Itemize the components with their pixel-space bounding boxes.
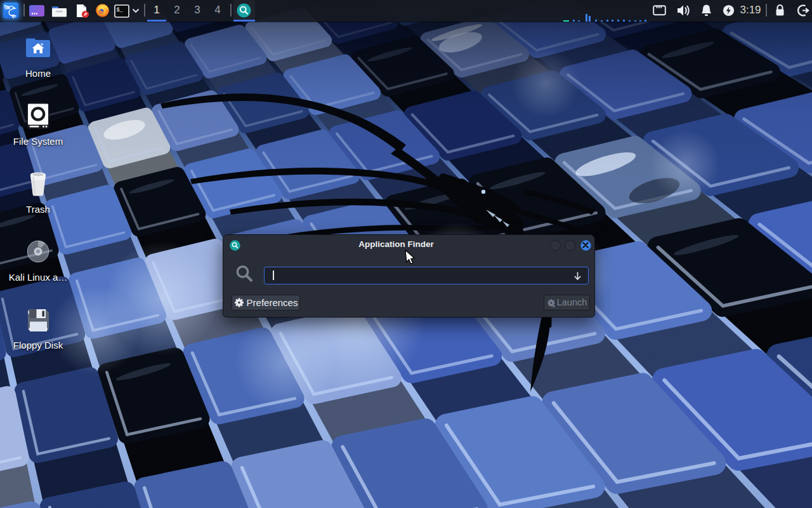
svg-text:$_: $_ xyxy=(117,7,124,13)
